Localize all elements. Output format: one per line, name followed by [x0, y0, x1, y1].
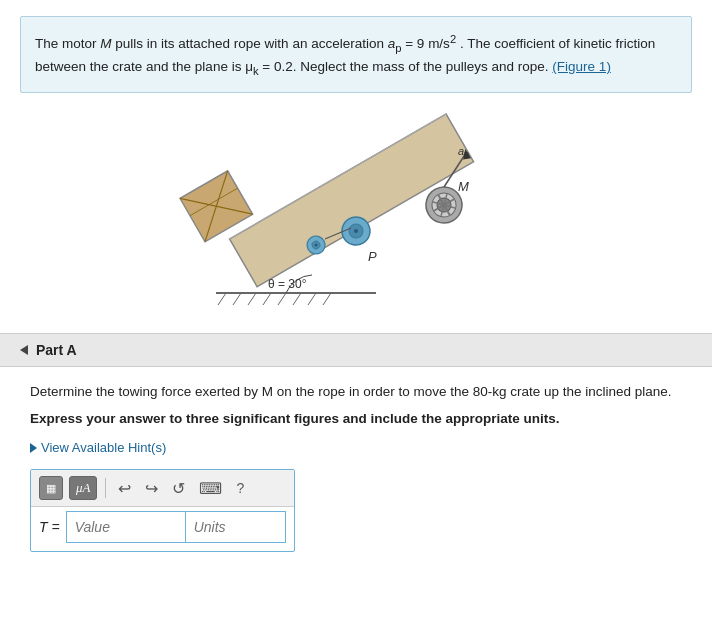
figure-link[interactable]: (Figure 1) [552, 59, 611, 74]
hint-link[interactable]: View Available Hint(s) [30, 440, 682, 455]
help-button[interactable]: ? [232, 476, 248, 500]
answer-toolbar: ▦ μA ↩ ↪ ↺ ⌨ ? [31, 470, 294, 507]
angle-label: θ = 30° [268, 277, 307, 291]
mu-button[interactable]: μA [69, 476, 97, 500]
undo-icon: ↩ [118, 479, 131, 498]
t-label: T = [39, 519, 60, 535]
matrix-button[interactable]: ▦ [39, 476, 63, 500]
help-icon: ? [236, 480, 244, 496]
refresh-button[interactable]: ↺ [168, 476, 189, 500]
collapse-arrow-icon[interactable] [20, 345, 28, 355]
problem-statement: The motor M pulls in its attached rope w… [20, 16, 692, 93]
undo-button[interactable]: ↩ [114, 476, 135, 500]
redo-icon: ↪ [145, 479, 158, 498]
hint-arrow-icon [30, 443, 37, 453]
svg-line-23 [263, 293, 271, 305]
label-p: P [368, 249, 377, 264]
svg-line-27 [323, 293, 331, 305]
label-m: M [458, 179, 469, 194]
svg-line-21 [233, 293, 241, 305]
answer-container: ▦ μA ↩ ↪ ↺ ⌨ ? [30, 469, 295, 552]
svg-text:p: p [464, 149, 469, 159]
mu-label: μA [76, 480, 90, 496]
instruction-text: Determine the towing force exerted by M … [30, 381, 682, 403]
units-input[interactable] [186, 511, 286, 543]
keyboard-button[interactable]: ⌨ [195, 476, 226, 500]
svg-line-26 [308, 293, 316, 305]
hint-link-label: View Available Hint(s) [41, 440, 166, 455]
problem-text: The motor M pulls in its attached rope w… [35, 36, 655, 75]
svg-line-25 [293, 293, 301, 305]
figure-area: P M a p [0, 103, 712, 323]
part-a-content: Determine the towing force exerted by M … [0, 367, 712, 575]
instruction-bold-text: Express your answer to three significant… [30, 408, 682, 430]
part-a-header: Part A [0, 333, 712, 367]
figure-diagram: P M a p [176, 113, 536, 323]
keyboard-icon: ⌨ [199, 479, 222, 498]
toolbar-separator [105, 478, 106, 498]
refresh-icon: ↺ [172, 479, 185, 498]
matrix-icon: ▦ [46, 482, 56, 495]
svg-line-20 [218, 293, 226, 305]
redo-button[interactable]: ↪ [141, 476, 162, 500]
svg-line-24 [278, 293, 286, 305]
svg-line-22 [248, 293, 256, 305]
part-a-label: Part A [36, 342, 77, 358]
value-input[interactable] [66, 511, 186, 543]
answer-inputs-row: T = [31, 507, 294, 551]
